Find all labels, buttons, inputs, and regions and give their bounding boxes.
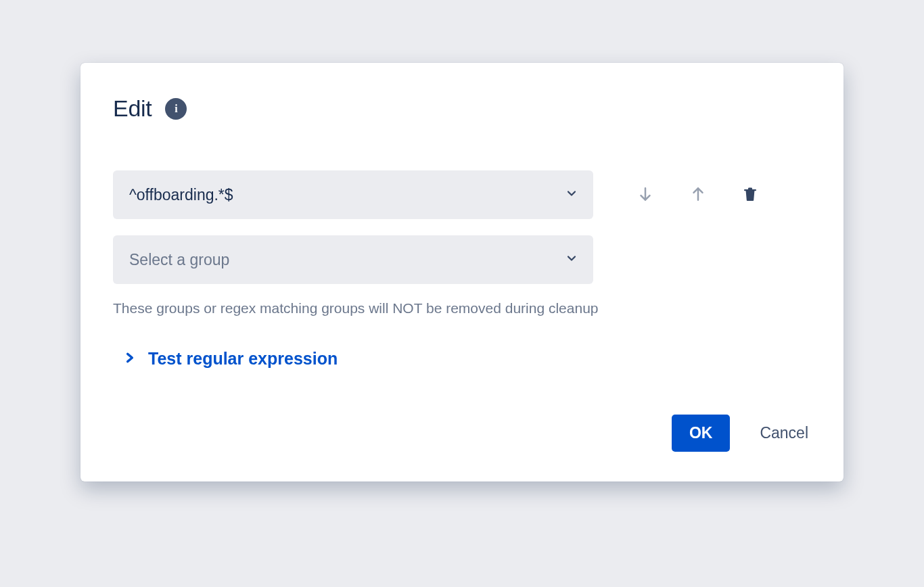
svg-rect-0 [744,189,756,191]
arrow-up-icon [689,185,707,205]
delete-button[interactable] [739,183,761,207]
regex-select[interactable]: ^offboarding.*$ [113,170,593,219]
trash-icon [742,186,758,204]
group-select[interactable]: Select a group [113,235,593,284]
dialog-header: Edit i [113,95,811,122]
dialog-footer: OK Cancel [113,415,811,452]
group-row: Select a group [113,235,811,284]
chevron-down-icon [566,253,577,266]
test-regex-expander[interactable]: Test regular expression [113,349,811,369]
edit-dialog: Edit i ^offboarding.*$ [80,63,844,482]
chevron-right-icon [125,352,135,367]
info-icon-glyph: i [175,103,177,115]
row-actions [634,183,761,208]
helper-text: These groups or regex matching groups wi… [113,300,811,316]
dialog-title: Edit [113,95,152,122]
cancel-button[interactable]: Cancel [757,415,811,452]
arrow-down-icon [637,185,654,205]
test-regex-label: Test regular expression [148,349,338,369]
info-icon[interactable]: i [165,98,187,120]
regex-row: ^offboarding.*$ [113,170,811,219]
chevron-down-icon [566,188,577,202]
group-select-placeholder: Select a group [129,251,229,269]
move-up-button[interactable] [687,183,710,208]
move-down-button[interactable] [634,183,657,208]
regex-select-value: ^offboarding.*$ [129,186,233,204]
ok-button[interactable]: OK [672,415,731,452]
